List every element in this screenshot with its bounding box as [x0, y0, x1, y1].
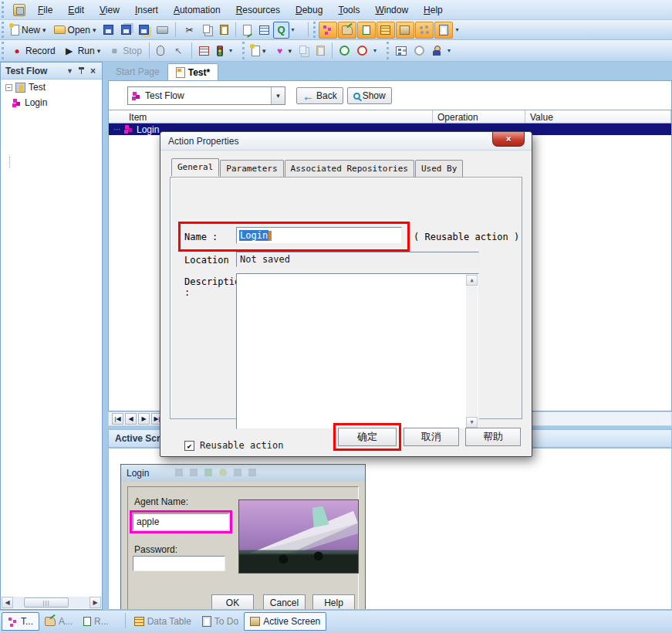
toolbar-overflow-button[interactable]: ▾ [227, 49, 235, 52]
remove-output-button[interactable] [312, 42, 329, 59]
toolbar-grip[interactable] [387, 42, 390, 59]
low-level-recording-button[interactable]: ↖ [168, 42, 188, 59]
stop-button[interactable]: ■ Stop [104, 42, 146, 59]
tree-node-test[interactable]: − Test [1, 80, 102, 95]
column-value[interactable]: Value [525, 110, 671, 123]
active-screen-capture-button[interactable]: Q [273, 22, 289, 39]
analog-recording-button[interactable] [153, 42, 168, 59]
results-button[interactable] [410, 42, 428, 59]
toolbar-overflow-button[interactable]: ▾ [371, 49, 379, 52]
scrollbar-thumb[interactable]: ||| [24, 597, 69, 608]
toggle-debug-viewer-button[interactable] [415, 22, 434, 39]
menu-help[interactable]: Help [416, 2, 451, 18]
back-button[interactable]: ← Back [296, 87, 343, 104]
menu-automation[interactable]: Automation [166, 2, 228, 18]
pane-tab-available-keywords[interactable]: A... [39, 612, 78, 631]
data-driver-button[interactable] [195, 42, 213, 59]
edit-steps-button[interactable] [239, 22, 255, 39]
tab-associated-repositories[interactable]: Associated Repositories [285, 160, 414, 178]
scroll-up-icon[interactable]: ▲ [466, 275, 478, 286]
save-with-resources-button[interactable] [135, 22, 153, 39]
toolbar-grip[interactable] [2, 42, 5, 59]
password-input[interactable] [133, 556, 225, 571]
tab-used-by[interactable]: Used By [415, 160, 463, 178]
start-transaction-button[interactable] [336, 42, 353, 59]
action-selector-combo[interactable]: Test Flow ▾ [127, 86, 285, 105]
tab-start-page[interactable]: Start Page [108, 63, 167, 80]
pane-tab-test-flow[interactable]: T... [2, 612, 39, 631]
agent-name-input[interactable]: apple [133, 513, 229, 530]
close-icon[interactable]: × [87, 65, 99, 76]
help-button[interactable]: 帮助 [465, 428, 521, 446]
previous-icon[interactable]: ◀ [125, 413, 137, 425]
cancel-button[interactable]: 取消 [404, 428, 459, 446]
horizontal-scrollbar[interactable]: ◀ ||| ▶ [2, 597, 101, 608]
pane-tab-resources[interactable]: R... [78, 612, 114, 631]
options-button[interactable] [392, 42, 410, 59]
tab-to-do[interactable]: To Do [197, 612, 244, 631]
tab-data-table[interactable]: Data Table [129, 612, 197, 631]
toolbar-grip[interactable] [2, 2, 5, 18]
object-spy-button[interactable] [213, 42, 227, 59]
toggle-active-screen-button[interactable] [396, 22, 414, 39]
column-operation[interactable]: Operation [433, 110, 525, 123]
toolbar-grip[interactable] [2, 22, 5, 38]
tab-active-screen[interactable]: Active Screen [244, 612, 326, 631]
toggle-data-table-button[interactable] [377, 22, 395, 39]
login-help-button[interactable]: Help [312, 594, 355, 610]
toolbar-overflow-button[interactable]: ▾ [454, 28, 461, 32]
toggle-available-keywords-button[interactable] [338, 22, 356, 39]
toolbar-grip[interactable] [313, 22, 317, 38]
menu-resources[interactable]: Resources [228, 2, 288, 18]
menu-debug[interactable]: Debug [288, 2, 330, 18]
insert-output-value-button[interactable]: ♥ ▾ [269, 42, 295, 59]
checkbox-checked-icon[interactable]: ✔ [184, 441, 194, 451]
reusable-action-checkbox-row[interactable]: ✔ Reusable action [184, 440, 283, 451]
toolbar-grip[interactable] [242, 42, 246, 59]
menu-view[interactable]: View [92, 2, 127, 18]
toggle-test-flow-pane-button[interactable] [319, 22, 337, 39]
record-button[interactable]: ● Record [7, 42, 59, 59]
tab-test[interactable]: Test* [167, 63, 218, 80]
scroll-left-icon[interactable]: ◀ [2, 597, 13, 608]
remove-checkpoint-button[interactable] [295, 42, 312, 59]
combo-dropdown-icon[interactable]: ▾ [271, 87, 285, 104]
first-icon[interactable]: |◀ [112, 413, 123, 425]
toggle-information-pane-button[interactable] [434, 22, 453, 39]
login-cancel-button[interactable]: Cancel [263, 594, 306, 610]
vertical-scrollbar[interactable]: ▲ ▼ [466, 275, 478, 428]
end-transaction-button[interactable] [353, 42, 371, 59]
column-item[interactable]: Item [109, 110, 433, 123]
scroll-right-icon[interactable]: ▶ [89, 597, 101, 608]
toolbar-overflow-button[interactable]: ▾ [445, 49, 453, 52]
toggle-resources-pane-button[interactable] [357, 22, 376, 39]
dialog-titlebar[interactable]: Action Properties [160, 132, 532, 151]
copy-button[interactable] [199, 22, 216, 39]
menu-edit[interactable]: Edit [60, 2, 92, 18]
pane-menu-button[interactable]: ▼ [64, 65, 76, 76]
pin-icon[interactable] [76, 65, 87, 76]
next-icon[interactable]: ▶ [138, 413, 150, 425]
menu-file[interactable]: File [30, 2, 60, 18]
menu-insert[interactable]: Insert [127, 2, 166, 18]
run-button[interactable]: ▶ Run ▾ [59, 42, 105, 59]
paste-button[interactable] [216, 22, 232, 39]
tree-node-login[interactable]: Login [1, 95, 102, 110]
insert-checkpoint-button[interactable]: ▾ [248, 42, 270, 59]
save-all-button[interactable] [117, 22, 135, 39]
menu-tools[interactable]: Tools [330, 2, 367, 18]
close-icon[interactable]: × [492, 132, 525, 147]
cut-button[interactable]: ✂ [179, 22, 199, 39]
object-properties-button[interactable] [255, 22, 273, 39]
tab-parameters[interactable]: Parameters [220, 160, 283, 178]
menu-window[interactable]: Window [367, 2, 416, 18]
description-textarea[interactable]: ▲ ▼ [236, 273, 479, 429]
save-button[interactable] [100, 22, 117, 39]
new-button[interactable]: New ▾ [7, 22, 50, 39]
toolbar-overflow-button[interactable]: ▾ [289, 28, 297, 32]
scroll-down-icon[interactable]: ▼ [466, 417, 478, 428]
show-button[interactable]: Show [347, 87, 392, 104]
collapse-icon[interactable]: − [5, 84, 12, 91]
remote-agent-button[interactable] [428, 42, 445, 59]
print-button[interactable] [153, 22, 172, 39]
